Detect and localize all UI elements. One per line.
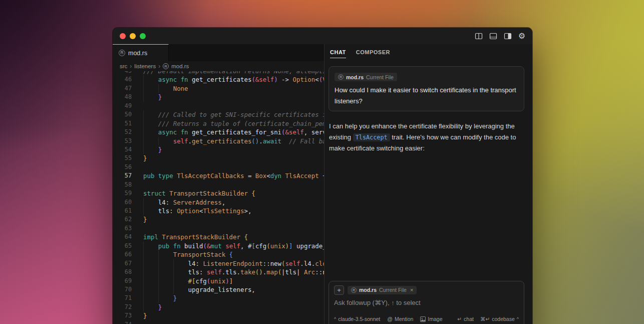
chip-badge: Current File [366, 74, 394, 80]
code-line[interactable]: 70 upgrade_listeners, [113, 285, 324, 294]
code-line[interactable]: 73} [113, 311, 324, 320]
code-line[interactable]: 53 self.get_certificates().await // Fall… [113, 137, 324, 145]
line-number: 47 [113, 84, 132, 93]
model-selector[interactable]: ^ claude-3.5-sonnet [334, 316, 380, 322]
line-number: 73 [113, 311, 132, 320]
line-number: 70 [113, 285, 132, 294]
chevron-up-icon: ^ [334, 316, 336, 321]
line-number: 46 [113, 75, 132, 84]
code-line[interactable]: 69 #[cfg(unix)] [113, 277, 324, 285]
chat-label: chat [464, 316, 474, 322]
tab-label: mod.rs [128, 50, 147, 57]
codebase-label: codebase [492, 316, 515, 322]
tab-mod-rs[interactable]: R mod.rs [113, 44, 169, 61]
tab-composer[interactable]: COMPOSER [356, 46, 390, 58]
at-sign-icon: @ [387, 316, 393, 322]
code-lines: 45/// Default implementation returns Non… [113, 71, 324, 324]
code-line[interactable]: 55} [113, 154, 324, 163]
code-line[interactable]: 61 tls: Option<TlsSettings>, [113, 207, 324, 215]
code-line[interactable]: 49 [113, 102, 324, 110]
editor-tabstrip: R mod.rs [113, 44, 324, 61]
code-line[interactable]: 54 } [113, 145, 324, 154]
remove-context-icon[interactable]: × [410, 287, 413, 293]
line-number: 61 [113, 207, 132, 215]
chip-file-name: mod.rs [346, 74, 364, 80]
return-key-icon: ↵ [457, 316, 462, 322]
code-line[interactable]: 72 } [113, 303, 324, 311]
tab-chat[interactable]: CHAT [330, 46, 346, 58]
line-number: 72 [113, 303, 132, 311]
code-line[interactable]: 59struct TransportStackBuilder { [113, 189, 324, 198]
code-line[interactable]: 56 [113, 163, 324, 172]
code-line[interactable]: 58 [113, 181, 324, 189]
code-line[interactable]: 60 l4: ServerAddress, [113, 198, 324, 207]
submit-chat-button[interactable]: ↵ chat [457, 316, 474, 322]
image-button[interactable]: Image [420, 316, 442, 322]
line-number: 67 [113, 259, 132, 268]
code-line[interactable]: 74 [113, 320, 324, 324]
code-line[interactable]: 68 tls: self.tls.take().map(|tls| Arc::n… [113, 268, 324, 276]
input-context-file-chip[interactable]: R mod.rs Current File × [348, 286, 417, 294]
line-number: 66 [113, 250, 132, 259]
code-line[interactable]: 52 async fn get_certificates_for_sni(&se… [113, 128, 324, 136]
code-line[interactable]: 45/// Default implementation returns Non… [113, 71, 324, 75]
code-line[interactable]: 51 /// Returns a tuple of (certificate_c… [113, 119, 324, 128]
zoom-window-button[interactable] [140, 33, 146, 39]
line-number: 48 [113, 93, 132, 101]
chat-input-placeholder[interactable]: Ask followup (⌘Y), ↑ to select [334, 299, 519, 311]
close-window-button[interactable] [120, 33, 126, 39]
code-line[interactable]: 67 l4: ListenerEndpoint::new(self.l4.clo… [113, 259, 324, 268]
code-line[interactable]: 63 [113, 224, 324, 233]
chat-input-footer: ^ claude-3.5-sonnet @ Mention Image [334, 315, 519, 323]
line-number: 64 [113, 233, 132, 241]
titlebar: ⚙ [113, 28, 532, 44]
line-number: 56 [113, 163, 132, 172]
line-number: 51 [113, 119, 132, 128]
editor-window: ⚙ R mod.rs src › listeners › R mod.rs 45… [113, 28, 532, 324]
line-number: 71 [113, 294, 132, 302]
line-number: 74 [113, 320, 132, 324]
chevron-up-icon: ^ [517, 316, 519, 321]
mention-button[interactable]: @ Mention [387, 316, 413, 322]
line-number: 55 [113, 154, 132, 163]
submit-codebase-button[interactable]: ⌘↵ codebase ^ [480, 316, 519, 322]
minimize-window-button[interactable] [130, 33, 136, 39]
breadcrumb-item-file[interactable]: mod.rs [171, 63, 189, 69]
context-file-chip[interactable]: R mod.rs Current File [335, 73, 397, 81]
line-number: 57 [113, 172, 132, 180]
split-editor-icon[interactable] [475, 32, 483, 40]
chat-input-box[interactable]: + R mod.rs Current File × Ask followup (… [329, 281, 524, 324]
code-line[interactable]: 64impl TransportStackBuilder { [113, 233, 324, 241]
code-line[interactable]: 71 } [113, 294, 324, 302]
chat-messages: R mod.rs Current File How could I make i… [325, 61, 532, 281]
code-line[interactable]: 62} [113, 215, 324, 224]
code-line[interactable]: 57pub type TlsAcceptCallbacks = Box<dyn … [113, 172, 324, 180]
code-line[interactable]: 66 TransportStack { [113, 250, 324, 259]
user-message-card[interactable]: R mod.rs Current File How could I make i… [329, 66, 524, 111]
add-context-button[interactable]: + [334, 285, 344, 295]
editor-pane: R mod.rs src › listeners › R mod.rs 45//… [113, 44, 325, 324]
chip-file-name: mod.rs [359, 287, 377, 293]
line-number: 59 [113, 189, 132, 198]
traffic-lights [120, 33, 146, 39]
breadcrumb[interactable]: src › listeners › R mod.rs [113, 61, 324, 71]
toggle-panel-icon[interactable] [489, 32, 497, 40]
settings-gear-icon[interactable]: ⚙ [518, 32, 525, 40]
inline-code: TlsAccept [353, 133, 390, 141]
code-line[interactable]: 50 /// Called to get SNI-specific certif… [113, 110, 324, 119]
chip-badge: Current File [379, 287, 407, 293]
breadcrumb-item-listeners[interactable]: listeners [134, 63, 156, 69]
line-number: 53 [113, 137, 132, 145]
line-number: 63 [113, 224, 132, 233]
breadcrumb-item-src[interactable]: src [120, 63, 127, 69]
code-line[interactable]: 47 None [113, 84, 324, 93]
code-line[interactable]: 46 async fn get_certificates(&self) -> O… [113, 75, 324, 84]
toggle-secondary-sidebar-icon[interactable] [504, 32, 512, 40]
chat-tabs: CHAT COMPOSER [325, 44, 532, 61]
rust-file-icon: R [163, 63, 169, 69]
code-editor[interactable]: 45/// Default implementation returns Non… [113, 71, 324, 324]
rust-file-icon: R [338, 74, 344, 80]
code-line[interactable]: 48 } [113, 93, 324, 101]
code-line[interactable]: 65 pub fn build(&mut self, #[cfg(unix)] … [113, 242, 324, 250]
line-number: 68 [113, 268, 132, 276]
